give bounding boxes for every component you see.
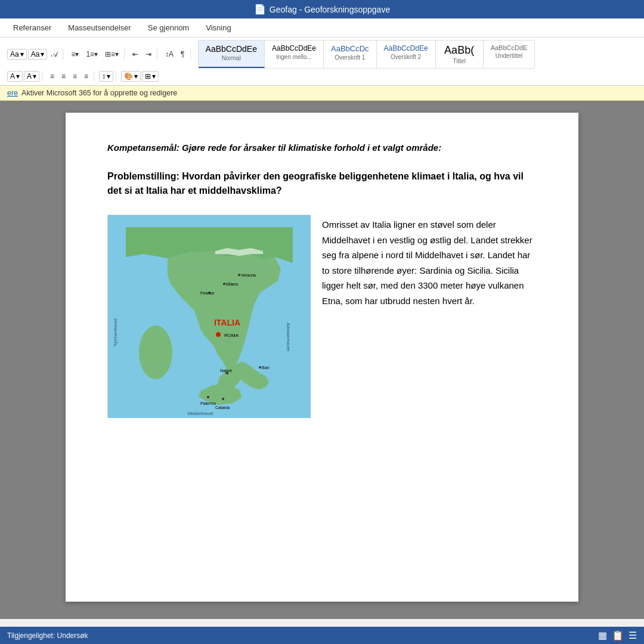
map-svg-wrapper: ITALIA ROMA Milano Venezia Firenze Napol… [108, 215, 311, 418]
style-overskrift1-preview: AaBbCcDc [331, 44, 369, 53]
svg-text:Palermo: Palermo [200, 401, 216, 405]
focus-icon[interactable]: ☰ [628, 630, 637, 641]
notification-message: Aktiver Microsoft 365 for å opprette og … [21, 89, 177, 97]
font-style-dropdown[interactable]: Aa ▾ [28, 49, 48, 60]
svg-point-16 [222, 398, 224, 400]
title-text: Geofag - Geoforskningsoppgave [270, 5, 390, 14]
style-normal[interactable]: AaBbCcDdEe Normal [199, 41, 265, 68]
highlight-label: A [27, 72, 32, 80]
chevron-down-icon7: ▾ [152, 72, 156, 80]
align-right-btn[interactable]: ≡ [70, 71, 80, 82]
align-left-btn[interactable]: ≡ [47, 71, 57, 82]
read-mode-icon[interactable]: 📋 [612, 630, 624, 641]
svg-point-2 [139, 326, 172, 379]
border-dropdown[interactable]: ⊞ ▾ [142, 71, 159, 82]
document-area: Kompetansemål: Gjøre rede for årsaker ti… [0, 101, 644, 619]
chevron-down-icon3: ▾ [16, 72, 20, 80]
font-format-group: A ▾ A ▾ [5, 71, 42, 82]
border-icon: ⊞ [145, 72, 151, 80]
ribbon: Aa ▾ Aa ▾ 𝒜 ≡▾ 1≡▾ ⊞≡▾ ⇤ ⇥ ↕A ¶ AaBbCcDd… [0, 38, 644, 86]
spacing-group: ↕ ▾ [97, 71, 116, 82]
list-group: ≡▾ 1≡▾ ⊞≡▾ [66, 49, 125, 60]
numbered-list-btn[interactable]: 1≡▾ [83, 49, 101, 60]
highlight-dropdown[interactable]: A ▾ [24, 71, 39, 82]
chevron-down-icon5: ▾ [107, 72, 110, 80]
style-tittel[interactable]: AaBb( Tittel [436, 41, 484, 68]
align-center-btn[interactable]: ≡ [58, 71, 69, 82]
clear-format-btn[interactable]: 𝒜 [48, 49, 60, 60]
sort-btn[interactable]: ↕A [162, 49, 177, 60]
style-undertittel[interactable]: AaBbCcDdE Undertittel [484, 41, 535, 68]
document-page[interactable]: Kompetansemål: Gjøre rede for årsaker ti… [66, 113, 578, 602]
chevron-down-icon: ▾ [20, 50, 24, 58]
svg-text:ITALIA: ITALIA [214, 318, 240, 327]
notification-bar: ere Aktiver Microsoft 365 for å opprette… [0, 86, 644, 101]
font-size-label: Aa [10, 50, 19, 58]
style-ingen-mello[interactable]: AaBbCcDdEe Ingen mello... [265, 41, 324, 68]
shading-group: 🎨 ▾ ⊞ ▾ [119, 71, 161, 82]
body-text: Omrisset av Italia ligner en støvel som … [322, 217, 537, 308]
style-gallery: AaBbCcDdEe Normal AaBbCcDdEe Ingen mello… [198, 40, 535, 69]
svg-text:Venezia: Venezia [241, 273, 256, 277]
italy-map: ITALIA ROMA Milano Venezia Firenze Napol… [107, 215, 310, 417]
bullet-list-btn[interactable]: ≡▾ [68, 49, 82, 60]
svg-text:Tyrrhenhavet: Tyrrhenhavet [113, 318, 118, 346]
increase-indent-btn[interactable]: ⇥ [143, 49, 154, 60]
font-size-dropdown[interactable]: Aa ▾ [7, 49, 27, 60]
chevron-down-icon2: ▾ [41, 50, 44, 58]
align-group: ≡ ≡ ≡ ≡ [45, 71, 94, 82]
font-group: Aa ▾ Aa ▾ 𝒜 [5, 49, 63, 60]
svg-point-8 [238, 274, 240, 276]
pilcrow-btn[interactable]: ¶ [178, 49, 187, 60]
svg-point-6 [223, 283, 225, 285]
menu-bar: Referanser Masseutsendelser Se gjennom V… [0, 18, 644, 38]
word-icon: 📄 [254, 4, 266, 15]
style-normal-preview: AaBbCcDdEe [206, 44, 257, 54]
line-spacing-icon: ↕ [102, 72, 106, 80]
content-block: ITALIA ROMA Milano Venezia Firenze Napol… [107, 215, 537, 417]
svg-text:Middelhavet: Middelhavet [187, 411, 213, 416]
style-undertittel-label: Undertittel [491, 52, 528, 59]
line-spacing-dropdown[interactable]: ↕ ▾ [99, 71, 113, 82]
kompetansemaal-text: Kompetansemål: Gjøre rede for årsaker ti… [107, 143, 537, 153]
svg-text:Milano: Milano [226, 282, 239, 286]
font-color-dropdown[interactable]: A ▾ [7, 71, 23, 82]
menu-masseutsendelser[interactable]: Masseutsendelser [60, 18, 140, 37]
menu-se-gjennom[interactable]: Se gjennom [140, 18, 197, 37]
svg-text:ROMA: ROMA [224, 333, 239, 338]
style-normal-label: Normal [206, 55, 257, 61]
svg-text:Catania: Catania [215, 405, 230, 410]
shading-dropdown[interactable]: 🎨 ▾ [121, 71, 141, 82]
style-overskrift1-label: Overskrift 1 [331, 54, 369, 61]
style-ingen-preview: AaBbCcDdEe [272, 44, 316, 52]
menu-referanser[interactable]: Referanser [5, 18, 60, 37]
status-bar: Tilgjengelighet: Undersøk ▦ 📋 ☰ [0, 627, 644, 644]
style-tittel-label: Tittel [443, 58, 476, 64]
accessibility-status: Tilgjengelighet: Undersøk [7, 631, 88, 640]
chevron-down-icon4: ▾ [33, 72, 36, 80]
svg-text:Firenze: Firenze [200, 291, 214, 295]
notification-link[interactable]: ere [7, 89, 18, 97]
style-overskrift1[interactable]: AaBbCcDc Overskrift 1 [324, 41, 377, 68]
svg-point-18 [207, 396, 209, 398]
svg-text:Napoli: Napoli [220, 369, 232, 373]
title-bar: 📄 Geofag - Geoforskningsoppgave [0, 0, 644, 18]
sort-group: ↕A ¶ [160, 49, 190, 60]
style-ingen-label: Ingen mello... [272, 54, 316, 60]
indent-group: ⇤ ⇥ [127, 49, 157, 60]
style-overskrift2[interactable]: AaBbCcDdEe Overskrift 2 [377, 41, 436, 68]
svg-text:Adriaterhavet: Adriaterhavet [286, 323, 291, 351]
problemstilling-text: Problemstilling: Hvordan påvirker den ge… [107, 169, 537, 198]
layout-icon[interactable]: ▦ [598, 630, 607, 641]
style-undertittel-preview: AaBbCcDdE [491, 44, 528, 51]
body-text-block: Omrisset av Italia ligner en støvel som … [322, 215, 537, 308]
decrease-indent-btn[interactable]: ⇤ [129, 49, 141, 60]
font-style-label: Aa [31, 50, 40, 58]
shading-icon: 🎨 [124, 72, 133, 80]
chevron-down-icon6: ▾ [134, 72, 138, 80]
status-right: ▦ 📋 ☰ [598, 630, 637, 641]
style-overskrift2-label: Overskrift 2 [384, 54, 428, 60]
align-justify-btn[interactable]: ≡ [81, 71, 91, 82]
multilevel-list-btn[interactable]: ⊞≡▾ [102, 49, 122, 60]
menu-visning[interactable]: Visning [197, 18, 239, 37]
